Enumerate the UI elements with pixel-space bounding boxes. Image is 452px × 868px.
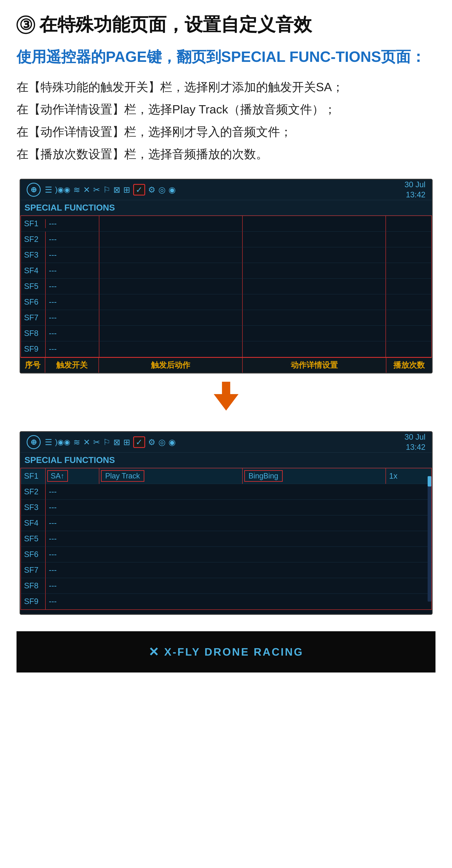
row-num: SF9 bbox=[21, 594, 46, 610]
top-bar-1: ⊕ ☰ )◉◉ ≋ ✕ ✂ ⚐ ⊠ ⊞ ✓ ⚙ ◎ ◉ bbox=[21, 180, 432, 200]
table-row: SF6 --- bbox=[21, 547, 432, 562]
scissors-icon-2: ✂ bbox=[93, 438, 100, 446]
row-num: SF2 bbox=[21, 484, 46, 499]
antenna-icon: ⚐ bbox=[103, 186, 111, 194]
check-icon: ✓ bbox=[133, 184, 145, 195]
instruction-4: 在【播放次数设置】栏，选择音频播放的次数。 bbox=[17, 144, 435, 164]
instruction-2: 在【动作详情设置】栏，选择Play Track（播放音频文件）； bbox=[17, 99, 435, 120]
sf1-action-cell: Play Track bbox=[99, 468, 243, 484]
row-trigger: --- bbox=[46, 263, 99, 278]
table-row: SF6 --- bbox=[21, 294, 432, 310]
scrollbar-thumb bbox=[428, 476, 431, 487]
cross-icon-2: ✕ bbox=[83, 438, 90, 446]
gear-icon: ⚙ bbox=[148, 186, 156, 194]
table-row: SF2 --- bbox=[21, 231, 432, 247]
row-num: SF1 bbox=[21, 219, 46, 228]
row-trigger: --- bbox=[46, 531, 99, 547]
target-icon: ◎ bbox=[159, 186, 166, 194]
sf1-action-value: Play Track bbox=[101, 470, 144, 482]
table-row: SF5 --- bbox=[21, 279, 432, 294]
row-num: SF6 bbox=[21, 294, 46, 310]
instruction-1: 在【特殊功能的触发开关】栏，选择刚才添加的触发开关SA； bbox=[17, 77, 435, 97]
row-trigger: --- bbox=[46, 547, 99, 562]
row-trigger: --- bbox=[46, 341, 99, 357]
sf-table-2: SF1 SA↑ Play Track BingBing 1x bbox=[21, 468, 432, 610]
row-num: SF3 bbox=[21, 500, 46, 515]
sf1-row: SF1 SA↑ Play Track BingBing 1x bbox=[21, 468, 432, 484]
gear-icon-2: ⚙ bbox=[148, 438, 156, 446]
subtitle: 使用遥控器的PAGE键，翻页到SPECIAL FUNC-TIONS页面： bbox=[17, 47, 435, 67]
arrow-shape bbox=[214, 382, 238, 411]
instruction-3: 在【动作详情设置】栏，选择刚才导入的音频文件； bbox=[17, 122, 435, 142]
footer-col-detail: 动作详情设置 bbox=[243, 358, 386, 373]
home-icon: ⊕ bbox=[27, 183, 41, 197]
table-row: SF3 --- bbox=[21, 247, 432, 263]
instructions: 在【特殊功能的触发开关】栏，选择刚才添加的触发开关SA； 在【动作详情设置】栏，… bbox=[17, 77, 435, 164]
sf-title-2: SPECIAL FUNCTIONS bbox=[25, 455, 115, 465]
date-time-2: 30 Jul 13:42 bbox=[404, 432, 425, 452]
battery-icon: ⊞ bbox=[123, 186, 130, 194]
brand-logo-icon: ✕ bbox=[148, 645, 160, 659]
check-icon-2: ✓ bbox=[133, 436, 145, 448]
row-num: SF5 bbox=[21, 279, 46, 294]
arrow-down bbox=[17, 373, 435, 419]
screen-1: ⊕ ☰ )◉◉ ≋ ✕ ✂ ⚐ ⊠ ⊞ ✓ ⚙ ◎ ◉ bbox=[20, 179, 432, 373]
row-trigger: --- bbox=[46, 216, 99, 231]
row-num: SF3 bbox=[21, 247, 46, 263]
cross-icon: ✕ bbox=[83, 186, 90, 194]
row-action bbox=[99, 216, 243, 231]
page-wrapper: ③ 在特殊功能页面，设置自定义音效 使用遥控器的PAGE键，翻页到SPECIAL… bbox=[0, 0, 452, 673]
antenna-icon-2: ⚐ bbox=[103, 438, 111, 446]
footer-col-count: 播放次数 bbox=[386, 358, 432, 373]
sf-header-2: SPECIAL FUNCTIONS bbox=[21, 453, 432, 468]
sf1-count: 1x bbox=[386, 468, 431, 484]
row-trigger: --- bbox=[46, 247, 99, 263]
sf1-trigger-value: SA↑ bbox=[47, 470, 68, 482]
screen-2: ⊕ ☰ )◉◉ ≋ ✕ ✂ ⚐ ⊠ ⊞ ✓ ⚙ ◎ ◉ bbox=[20, 431, 432, 615]
sf1-detail-value: BingBing bbox=[244, 470, 283, 482]
row-num: SF6 bbox=[21, 547, 46, 562]
target-icon-2: ◎ bbox=[159, 438, 166, 446]
row-trigger: --- bbox=[46, 484, 99, 499]
row-trigger: --- bbox=[46, 326, 99, 341]
row-trigger: --- bbox=[46, 279, 99, 294]
nav-icons-2: ☰ )◉◉ ≋ ✕ ✂ ⚐ ⊠ ⊞ ✓ ⚙ ◎ ◉ bbox=[45, 436, 176, 448]
row-num: SF8 bbox=[21, 326, 46, 341]
menu-icon: ☰ bbox=[45, 186, 52, 194]
screen-2-inner: ⊕ ☰ )◉◉ ≋ ✕ ✂ ⚐ ⊠ ⊞ ✓ ⚙ ◎ ◉ bbox=[21, 432, 432, 614]
scrollbar bbox=[428, 476, 431, 601]
nav-icons-1: ☰ )◉◉ ≋ ✕ ✂ ⚐ ⊠ ⊞ ✓ ⚙ ◎ ◉ bbox=[45, 184, 176, 195]
x-box-icon: ⊠ bbox=[113, 186, 120, 194]
row-trigger: --- bbox=[46, 294, 99, 310]
screen-1-inner: ⊕ ☰ )◉◉ ≋ ✕ ✂ ⚐ ⊠ ⊞ ✓ ⚙ ◎ ◉ bbox=[21, 180, 432, 373]
table-row: SF9 --- bbox=[21, 341, 432, 357]
row-count bbox=[386, 216, 431, 231]
date-time-1: 30 Jul 13:42 bbox=[404, 180, 425, 200]
scissors-icon: ✂ bbox=[93, 186, 100, 194]
table-row: SF5 --- bbox=[21, 531, 432, 547]
row-trigger: --- bbox=[46, 231, 99, 247]
table-row: SF3 --- bbox=[21, 500, 432, 515]
row-num: SF7 bbox=[21, 310, 46, 326]
sf1-num: SF1 bbox=[21, 468, 46, 484]
row-trigger: --- bbox=[46, 500, 99, 515]
table-row: SF8 --- bbox=[21, 326, 432, 341]
x-box-icon-2: ⊠ bbox=[113, 438, 120, 446]
top-bar-left-1: ⊕ ☰ )◉◉ ≋ ✕ ✂ ⚐ ⊠ ⊞ ✓ ⚙ ◎ ◉ bbox=[27, 183, 176, 197]
footer-col-action: 触发后动作 bbox=[99, 358, 243, 373]
sf1-trigger-cell: SA↑ bbox=[46, 468, 99, 484]
sf-table-1: SF1 --- SF2 --- SF3 bbox=[21, 216, 432, 358]
row-trigger: --- bbox=[46, 562, 99, 578]
top-bar-left-2: ⊕ ☰ )◉◉ ≋ ✕ ✂ ⚐ ⊠ ⊞ ✓ ⚙ ◎ ◉ bbox=[27, 435, 176, 449]
row-detail bbox=[243, 216, 386, 231]
menu-icon-2: ☰ bbox=[45, 438, 52, 446]
sf-title-1: SPECIAL FUNCTIONS bbox=[25, 203, 115, 212]
row-trigger: --- bbox=[46, 310, 99, 326]
row-num: SF8 bbox=[21, 578, 46, 593]
sf1-detail-cell: BingBing bbox=[243, 468, 386, 484]
table-row: SF4 --- bbox=[21, 263, 432, 279]
battery-icon-2: ⊞ bbox=[123, 438, 130, 446]
table-row: SF2 --- bbox=[21, 484, 432, 500]
row-trigger: --- bbox=[46, 578, 99, 593]
row-trigger: --- bbox=[46, 594, 99, 610]
